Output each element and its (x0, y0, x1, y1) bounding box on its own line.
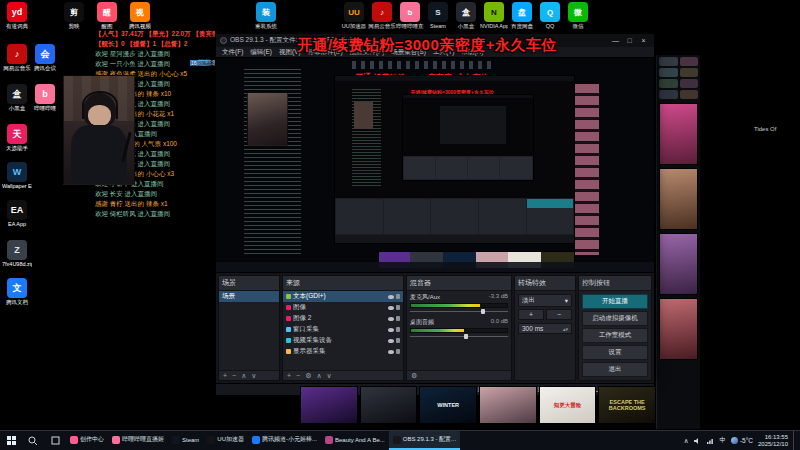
remove-scene-button[interactable]: − (232, 372, 236, 379)
control-button[interactable]: 开始直播 (582, 294, 648, 309)
gallery-tool-icon[interactable] (659, 79, 678, 88)
game-thumbnail[interactable]: WINTER (419, 386, 477, 424)
source-properties-icon[interactable]: ⚙ (305, 372, 311, 380)
desktop-icon[interactable]: 醒醒图 (93, 2, 121, 30)
desktop-icon[interactable]: b哔哩哔哩 (30, 84, 60, 112)
visibility-eye-icon[interactable] (388, 328, 394, 332)
desktop-icon[interactable]: EAEA App (2, 200, 32, 227)
gallery-tool-icon[interactable] (659, 57, 678, 66)
gallery-photo-thumb[interactable] (659, 298, 698, 360)
taskbar-app[interactable]: 腾讯频道-小元姬棒... (248, 431, 321, 450)
desktop-icon[interactable]: UUUU加速器 (340, 2, 368, 30)
desktop-icon[interactable]: Z7fx4U98d.zip (2, 240, 32, 267)
task-view-button[interactable] (44, 431, 66, 450)
mixer-settings-icon[interactable]: ⚙ (411, 372, 417, 380)
source-item[interactable]: 视频采集设备 (283, 335, 403, 346)
lock-icon[interactable] (396, 316, 400, 321)
desktop-icon[interactable]: 天天选助手 (2, 124, 32, 152)
desktop-icon[interactable]: 文腾讯文档 (2, 278, 32, 306)
visibility-eye-icon[interactable] (388, 295, 394, 299)
visibility-eye-icon[interactable] (388, 306, 394, 310)
desktop-icon[interactable]: 装重装系统 (252, 2, 280, 30)
taskbar-app[interactable]: 哔哩哔哩直播姬 (108, 431, 168, 450)
scene-up-button[interactable]: ∧ (241, 372, 246, 380)
gallery-tool-icon[interactable] (680, 90, 699, 99)
network-icon[interactable] (706, 437, 714, 445)
desktop-icon[interactable]: 盒小黑盒 (452, 2, 480, 30)
source-down-button[interactable]: ∨ (327, 372, 332, 380)
ime-indicator[interactable]: 中 (719, 436, 726, 445)
volume-icon[interactable] (693, 437, 701, 445)
desktop-icon[interactable]: NNVIDIA App (480, 2, 508, 29)
add-source-button[interactable]: + (287, 372, 291, 379)
source-up-button[interactable]: ∧ (316, 372, 321, 380)
source-item[interactable]: 图像 (283, 302, 403, 313)
game-thumbnail[interactable]: ESCAPE THE BACKROOMS (598, 386, 656, 424)
desktop-icon[interactable]: b哔哩哔哩直播姬 (396, 2, 424, 30)
obs-preview-canvas[interactable]: 开通/续费钻粉=3000亲密度+永久车位 开通/续费钻粉=3000亲密度+永久车… (216, 58, 654, 273)
game-thumbnail[interactable] (300, 386, 358, 424)
transition-select[interactable]: 淡出 ▾ (518, 294, 572, 307)
gallery-photo-thumb[interactable] (659, 168, 698, 230)
taskbar-app[interactable]: UU加速器 (203, 431, 248, 450)
desktop-icon[interactable]: 会腾讯会议 (30, 44, 60, 72)
lock-icon[interactable] (396, 349, 400, 354)
slider-handle[interactable] (481, 309, 485, 314)
gallery-tool-icon[interactable] (659, 90, 678, 99)
tray-expand-icon[interactable]: ∧ (684, 437, 689, 445)
start-button[interactable] (0, 431, 22, 450)
source-item[interactable]: 文本(GDI+) (283, 291, 403, 302)
source-item[interactable]: 窗口采集 (283, 324, 403, 335)
game-thumbnail[interactable] (479, 386, 537, 424)
visibility-eye-icon[interactable] (388, 350, 394, 354)
gallery-tool-icon[interactable] (659, 68, 678, 77)
lock-icon[interactable] (396, 327, 400, 332)
desktop-icon[interactable]: yd有道词典 (2, 2, 32, 30)
clock[interactable]: 16:13:55 2025/12/10 (758, 434, 788, 448)
taskbar-app[interactable]: Beauty And A Be... (321, 431, 389, 450)
scene-item[interactable]: 场景 (219, 291, 279, 302)
close-button[interactable]: × (637, 35, 650, 47)
taskbar-app[interactable]: Steam (168, 431, 203, 450)
volume-slider[interactable] (410, 308, 508, 315)
visibility-eye-icon[interactable] (388, 339, 394, 343)
source-item[interactable]: 显示器采集 (283, 346, 403, 357)
search-button[interactable] (22, 431, 44, 450)
control-button[interactable]: 退出 (582, 362, 648, 377)
gallery-tool-icon[interactable] (680, 79, 699, 88)
volume-slider[interactable] (410, 333, 508, 340)
control-button[interactable]: 启动虚拟摄像机 (582, 311, 648, 326)
desktop-icon[interactable]: 剪剪映 (60, 2, 88, 30)
game-thumbnail[interactable] (360, 386, 418, 424)
desktop-icon[interactable]: WWallpaper Engine (2, 162, 32, 189)
transition-duration-field[interactable]: 300 ms ▴▾ (518, 323, 572, 334)
desktop-icon[interactable]: QQQ (536, 2, 564, 29)
show-desktop-button[interactable] (793, 431, 796, 450)
lock-icon[interactable] (396, 338, 400, 343)
source-item[interactable]: 图像 2 (283, 313, 403, 324)
taskbar-app[interactable]: OBS 29.1.3 - 配置... (389, 431, 460, 450)
game-thumbnail[interactable]: 知更大冒险 (539, 386, 597, 424)
taskbar-app[interactable]: 创作中心 (66, 431, 108, 450)
lock-icon[interactable] (396, 305, 400, 310)
control-button[interactable]: 工作室模式 (582, 328, 648, 343)
gallery-tool-icon[interactable] (680, 68, 699, 77)
desktop-icon[interactable]: 微微信 (564, 2, 592, 30)
desktop-icon[interactable]: 盒小黑盒 (2, 84, 32, 112)
gallery-photo-thumb[interactable] (659, 233, 698, 295)
stepper-arrows-icon[interactable]: ▴▾ (563, 327, 568, 331)
desktop-icon[interactable]: 视腾讯视频 (126, 2, 154, 30)
remove-source-button[interactable]: − (296, 372, 300, 379)
desktop-icon[interactable]: ♪网易云音乐 (2, 44, 32, 72)
add-scene-button[interactable]: + (223, 372, 227, 379)
lock-icon[interactable] (396, 294, 400, 299)
desktop-icon[interactable]: SSteam (424, 2, 452, 29)
desktop-icon[interactable]: 盘百度网盘 (508, 2, 536, 30)
control-button[interactable]: 设置 (582, 345, 648, 360)
remove-transition-button[interactable]: − (546, 309, 572, 320)
scene-down-button[interactable]: ∨ (251, 372, 256, 380)
visibility-eye-icon[interactable] (388, 317, 394, 321)
gallery-photo-thumb[interactable] (659, 103, 698, 165)
add-transition-button[interactable]: + (518, 309, 544, 320)
maximize-button[interactable]: □ (623, 35, 636, 47)
